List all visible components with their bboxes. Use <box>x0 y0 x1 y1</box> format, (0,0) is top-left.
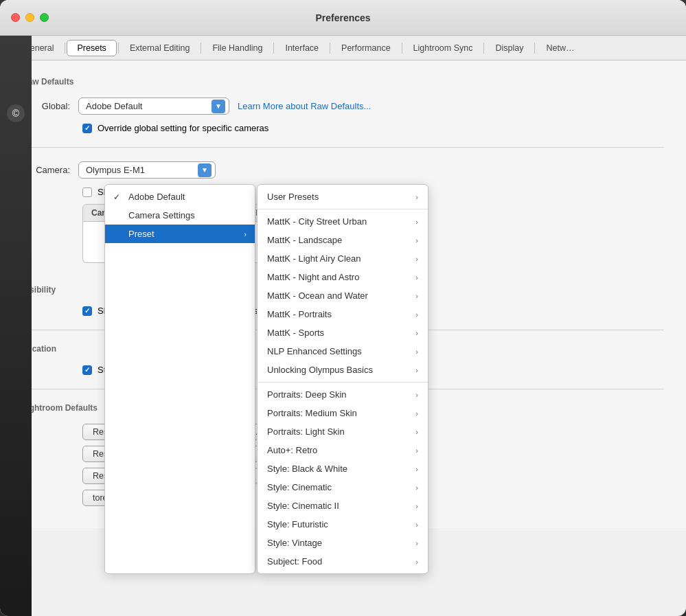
submenu-arrow-icon-4: › <box>415 273 418 282</box>
tab-file-handling[interactable]: File Handling <box>203 41 272 56</box>
submenu-arrow-icon-2: › <box>415 236 418 244</box>
divider-1 <box>22 147 664 148</box>
submenu-item-label-9: Unlocking Olympus Basics <box>267 365 373 375</box>
submenu-item-mattk-portraits[interactable]: MattK - Portraits › <box>258 305 428 323</box>
submenu-item-label-3: MattK - Light Airy Clean <box>267 253 361 264</box>
submenu-arrow-icon-17: › <box>415 521 418 529</box>
submenu-item-label-8: NLP Enhanced Settings <box>267 346 362 356</box>
submenu-item-label-17: Style: Futuristic <box>267 519 328 529</box>
submenu-item-label-4: MattK - Night and Astro <box>267 272 359 282</box>
tab-network[interactable]: Netw… <box>536 41 584 56</box>
close-button[interactable] <box>11 13 20 22</box>
override-checkbox[interactable] <box>82 124 92 133</box>
submenu-arrow-icon-11: › <box>415 409 418 418</box>
submenu-arrow-icon-19: › <box>415 558 418 566</box>
submenu-separator-2 <box>258 382 428 383</box>
submenu-arrow-icon-7: › <box>415 329 418 337</box>
submenu-arrow-icon-14: › <box>415 465 418 473</box>
window-title: Preferences <box>315 12 370 23</box>
submenu-arrow-icon-16: › <box>415 502 418 510</box>
submenu-item-style-cinematic-ii[interactable]: Style: Cinematic II › <box>258 497 428 515</box>
submenu-item-nlp[interactable]: NLP Enhanced Settings › <box>258 342 428 361</box>
submenu-item-label: User Presets <box>267 192 319 202</box>
serial-checkbox[interactable] <box>82 187 92 197</box>
dropdown-container: ✓ Adobe Default Camera Settings Preset ›… <box>104 184 428 574</box>
submenu-item-auto-retro[interactable]: Auto+: Retro › <box>258 441 428 459</box>
submenu-item-label-12: Portraits: Light Skin <box>267 426 345 437</box>
global-select-wrapper: Adobe Default ▼ <box>78 98 229 115</box>
submenu-item-portraits-deep[interactable]: Portraits: Deep Skin › <box>258 385 428 404</box>
tab-performance[interactable]: Performance <box>332 41 400 56</box>
submenu-item-mattk-sports[interactable]: MattK - Sports › <box>258 323 428 342</box>
dropdown-item-label-3: Preset <box>128 229 155 239</box>
submenu-arrow-icon: › <box>244 230 247 238</box>
submenu-arrow-icon-1: › <box>415 218 418 226</box>
submenu-item-label-13: Auto+: Retro <box>267 445 317 455</box>
tab-lightroom-sync[interactable]: Lightroom Sync <box>404 41 483 56</box>
submenu-item-portraits-medium[interactable]: Portraits: Medium Skin › <box>258 404 428 422</box>
override-label: Override global setting for specific cam… <box>98 123 268 133</box>
preset-submenu: User Presets › MattK - City Street Urban… <box>257 184 428 574</box>
tabs-bar: General Presets External Editing File Ha… <box>0 36 686 60</box>
learn-more-link[interactable]: Learn More about Raw Defaults... <box>238 101 371 111</box>
submenu-separator-1 <box>258 209 428 209</box>
submenu-item-unlocking[interactable]: Unlocking Olympus Basics › <box>258 361 428 379</box>
submenu-arrow-icon-8: › <box>415 347 418 356</box>
submenu-arrow-icon-15: › <box>415 483 418 492</box>
tab-display[interactable]: Display <box>485 41 533 56</box>
submenu-item-label-19: Subject: Food <box>267 556 322 567</box>
submenu-item-label-5: MattK - Ocean and Water <box>267 290 368 301</box>
submenu-item-style-cinematic[interactable]: Style: Cinematic › <box>258 478 428 497</box>
minimize-button[interactable] <box>25 13 34 22</box>
sidebar-icon: © <box>7 104 25 122</box>
override-row: Override global setting for specific cam… <box>82 123 664 133</box>
submenu-arrow-icon-3: › <box>415 255 418 263</box>
submenu-arrow-icon-0: › <box>415 193 418 201</box>
global-select[interactable]: Adobe Default <box>78 98 229 115</box>
submenu-item-label-11: Portraits: Medium Skin <box>267 408 357 418</box>
submenu-item-user-presets[interactable]: User Presets › <box>258 187 428 206</box>
submenu-item-label-16: Style: Cinematic II <box>267 501 339 511</box>
camera-row: Camera: Olympus E-M1 ▼ <box>22 161 664 179</box>
tab-divider-3 <box>201 43 201 54</box>
submenu-item-subject-food[interactable]: Subject: Food › <box>258 552 428 571</box>
preferences-window: Preferences General Presets External Edi… <box>0 0 686 616</box>
tab-divider-4 <box>273 43 274 54</box>
submenu-arrow-icon-9: › <box>415 366 418 374</box>
submenu-item-style-futuristic[interactable]: Style: Futuristic › <box>258 515 428 534</box>
visibility-checkbox[interactable] <box>82 306 92 316</box>
titlebar: Preferences <box>0 0 686 36</box>
tab-divider-6 <box>402 43 402 54</box>
submenu-item-style-bw[interactable]: Style: Black & White › <box>258 459 428 478</box>
tab-presets[interactable]: Presets <box>67 40 116 56</box>
submenu-item-mattk-landscape[interactable]: MattK - Landscape › <box>258 231 428 249</box>
camera-select-wrapper: Olympus E-M1 ▼ <box>78 161 216 179</box>
tab-external-editing[interactable]: External Editing <box>120 41 200 56</box>
submenu-item-label-2: MattK - Landscape <box>267 235 342 245</box>
submenu-item-mattk-ocean[interactable]: MattK - Ocean and Water › <box>258 286 428 305</box>
tab-interface[interactable]: Interface <box>275 41 328 56</box>
submenu-item-mattk-city[interactable]: MattK - City Street Urban › <box>258 212 428 231</box>
submenu-item-mattk-night[interactable]: MattK - Night and Astro › <box>258 268 428 286</box>
submenu-item-style-vintage[interactable]: Style: Vintage › <box>258 534 428 552</box>
dropdown-item-camera-settings[interactable]: Camera Settings <box>105 206 255 225</box>
submenu-arrow-icon-6: › <box>415 310 418 319</box>
maximize-button[interactable] <box>40 13 49 22</box>
submenu-item-mattk-light[interactable]: MattK - Light Airy Clean › <box>258 249 428 268</box>
tab-divider-7 <box>483 43 484 54</box>
dropdown-item-preset[interactable]: Preset › <box>105 225 255 243</box>
dropdown-item-label-2: Camera Settings <box>128 210 195 220</box>
dropdown-item-adobe-default[interactable]: ✓ Adobe Default <box>105 187 255 206</box>
submenu-arrow-icon-18: › <box>415 539 418 547</box>
submenu-item-portraits-light[interactable]: Portraits: Light Skin › <box>258 422 428 441</box>
camera-select[interactable]: Olympus E-M1 <box>78 161 216 179</box>
submenu-arrow-icon-10: › <box>415 391 418 399</box>
checkmark-icon: ✓ <box>113 192 123 202</box>
sidebar-icon-symbol: © <box>12 108 19 119</box>
submenu-item-label-7: MattK - Sports <box>267 328 324 338</box>
raw-defaults-header: Raw Defaults <box>22 77 664 87</box>
location-checkbox[interactable] <box>82 365 92 375</box>
tab-divider <box>65 43 65 54</box>
submenu-arrow-icon-12: › <box>415 428 418 436</box>
submenu-item-label-18: Style: Vintage <box>267 538 322 548</box>
